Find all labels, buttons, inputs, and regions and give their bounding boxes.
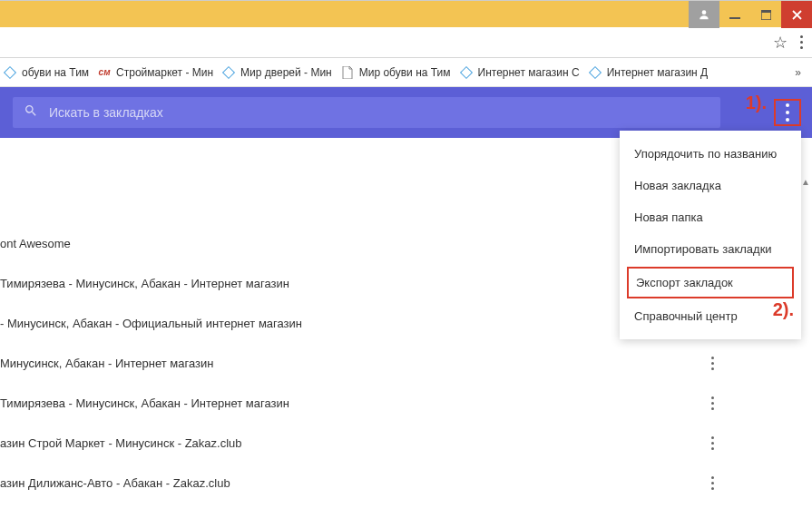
bookmark-item[interactable]: Мир обуви на Тим <box>341 66 451 79</box>
search-field[interactable] <box>13 97 720 128</box>
diamond-icon <box>222 66 235 79</box>
cm-icon: см <box>98 66 111 79</box>
bookmark-label: Мир дверей - Мин <box>240 66 332 79</box>
close-button[interactable] <box>781 1 812 28</box>
search-input[interactable] <box>49 105 709 120</box>
svg-point-0 <box>702 10 707 15</box>
more-icon[interactable] <box>706 351 719 376</box>
bookmark-title: Тимирязева - Минусинск, Абакан - Интерне… <box>0 277 289 290</box>
menu-help-center[interactable]: Справочный центр <box>620 300 801 332</box>
browser-toolbar: ☆ <box>0 27 812 58</box>
bookmark-title: - Минусинск, Абакан - Официальный интерн… <box>0 317 302 330</box>
menu-import-bookmarks[interactable]: Импортировать закладки <box>620 233 801 265</box>
svg-rect-3 <box>761 10 771 13</box>
bookmark-item[interactable]: Интернет магазин Д <box>589 66 709 79</box>
bookmark-label: Мир обуви на Тим <box>359 66 451 79</box>
app-toolbar: 1). Упорядочить по названию Новая заклад… <box>0 87 812 138</box>
diamond-icon <box>4 66 16 79</box>
maximize-button[interactable] <box>750 1 781 28</box>
list-item[interactable]: азин Строй Маркет - Минусинск - Zakaz.cl… <box>0 423 738 463</box>
bookmark-star-icon[interactable]: ☆ <box>773 33 788 53</box>
more-icon[interactable] <box>706 431 719 455</box>
bookmark-item[interactable]: Интернет магазин C <box>460 66 580 79</box>
bookmark-label: Интернет магазин C <box>478 66 580 79</box>
menu-sort-by-name[interactable]: Упорядочить по названию <box>620 138 801 170</box>
scroll-up-icon[interactable]: ▲ <box>799 174 812 189</box>
more-icon[interactable] <box>706 471 719 495</box>
menu-export-bookmarks[interactable]: Экспорт закладок <box>627 267 794 298</box>
bookmark-title: ont Awesome <box>0 237 71 250</box>
app-menu-button[interactable] <box>774 99 801 126</box>
search-icon <box>24 103 38 122</box>
list-item[interactable]: азин Дилижанс-Авто - Абакан - Zakaz.club <box>0 463 738 503</box>
diamond-icon <box>460 66 473 79</box>
bookmark-item[interactable]: Мир дверей - Мин <box>222 66 332 79</box>
list-item[interactable]: Минусинск, Абакан - Интернет магазин <box>0 343 738 383</box>
user-icon[interactable] <box>689 1 719 28</box>
bookmark-item[interactable]: см Строймаркет - Мин <box>98 66 213 79</box>
bookmark-label: обуви на Тим <box>22 66 89 79</box>
bookmark-item[interactable]: обуви на Тим <box>4 66 89 79</box>
svg-rect-1 <box>729 17 740 19</box>
window-titlebar <box>0 0 812 27</box>
bookmark-title: Минусинск, Абакан - Интернет магазин <box>0 357 213 370</box>
minimize-button[interactable] <box>719 1 750 28</box>
bookmarks-overflow-icon[interactable]: » <box>788 66 808 79</box>
list-item[interactable]: Тимирязева - Минусинск, Абакан - Интерне… <box>0 383 738 423</box>
page-icon <box>341 66 354 79</box>
bookmark-title: Тимирязева - Минусинск, Абакан - Интерне… <box>0 396 289 410</box>
more-icon[interactable] <box>706 391 719 416</box>
bookmark-title: азин Дилижанс-Авто - Абакан - Zakaz.club <box>0 476 230 490</box>
bookmarks-manager: 1). Упорядочить по названию Новая заклад… <box>0 87 812 138</box>
browser-menu-icon[interactable] <box>800 35 803 49</box>
menu-new-bookmark[interactable]: Новая закладка <box>620 170 801 201</box>
annotation-1: 1). <box>746 93 767 113</box>
menu-new-folder[interactable]: Новая папка <box>620 201 801 233</box>
bookmarks-bar: обуви на Тим см Строймаркет - Мин Мир дв… <box>0 58 812 87</box>
diamond-icon <box>589 66 602 79</box>
bookmark-label: Строймаркет - Мин <box>116 66 213 79</box>
bookmark-label: Интернет магазин Д <box>607 66 709 79</box>
bookmark-title: азин Строй Маркет - Минусинск - Zakaz.cl… <box>0 436 242 450</box>
app-menu-dropdown: Упорядочить по названию Новая закладка Н… <box>620 131 801 339</box>
